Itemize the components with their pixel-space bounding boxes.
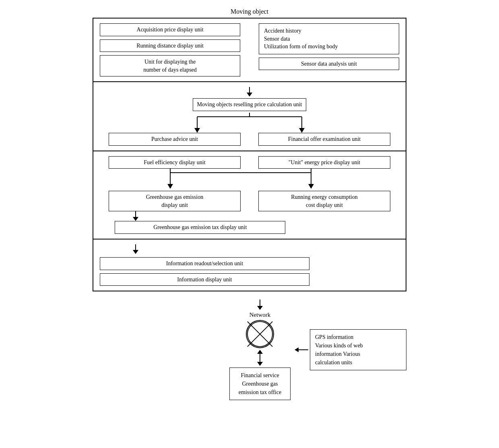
arrow-to-network xyxy=(257,299,263,310)
top-right-column: Accident historySensor dataUtilization f… xyxy=(259,23,399,76)
page-title: Moving object xyxy=(231,8,268,15)
sensor-data-analysis-box: Sensor data analysis unit xyxy=(259,58,399,70)
branch-boxes: Purchase advice unit Financial offer exa… xyxy=(100,133,399,146)
arrow-network-financial xyxy=(257,350,263,366)
energy-top-row: Fuel efficiency display unit "Unit" ener… xyxy=(100,156,399,169)
network-label: Network xyxy=(250,312,271,318)
financial-box: Financial serviceGreenhouse gas emission… xyxy=(229,367,291,400)
page-container: Moving object Acquisition price display … xyxy=(28,8,471,400)
info-readout-box: Information readout/selection unit xyxy=(100,257,309,270)
unit-energy-price-box: "Unit" energy price display unit xyxy=(258,156,390,169)
greenhouse-gas-box: Greenhouse gas emissiondisplay unit xyxy=(109,191,240,211)
arrow-gps-left xyxy=(295,347,308,352)
days-elapsed-box: Unit for displaying thenumber of days el… xyxy=(100,55,240,76)
arrow-to-reselling xyxy=(247,87,252,97)
top-left-column: Acquisition price display unit Running d… xyxy=(100,23,240,76)
running-energy-box: Running energy consumptioncost display u… xyxy=(258,191,390,211)
financial-offer-box: Financial offer examination unit xyxy=(258,133,390,146)
energy-arrows-svg xyxy=(100,169,399,191)
greenhouse-arrow xyxy=(100,211,399,221)
svg-marker-3 xyxy=(194,128,200,133)
svg-marker-8 xyxy=(167,184,173,189)
network-circle xyxy=(246,320,274,348)
energy-section: Fuel efficiency display unit "Unit" ener… xyxy=(93,151,406,239)
info-display-box: Information display unit xyxy=(100,273,309,286)
gps-info-box: GPS informationVarious kinds of webinfor… xyxy=(310,329,406,370)
greenhouse-tax-row: Greenhouse gas emission tax display unit xyxy=(100,221,399,234)
reselling-box: Moving objects reselling price calculati… xyxy=(193,98,307,111)
mid-section: Moving objects reselling price calculati… xyxy=(93,82,406,151)
svg-marker-5 xyxy=(299,128,305,133)
running-distance-box: Running distance display unit xyxy=(100,39,240,52)
branch-arrows-svg xyxy=(157,113,342,133)
top-section: Acquisition price display unit Running d… xyxy=(93,19,406,82)
arrow-tax-to-info xyxy=(133,244,138,254)
accident-history-box: Accident historySensor dataUtilization f… xyxy=(259,23,399,54)
info-section: Information readout/selection unit Infor… xyxy=(93,239,406,291)
fuel-efficiency-box: Fuel efficiency display unit xyxy=(109,156,240,169)
svg-marker-12 xyxy=(308,184,314,189)
gps-area: GPS informationVarious kinds of webinfor… xyxy=(295,329,406,370)
moving-object-box: Acquisition price display unit Running d… xyxy=(93,18,406,291)
purchase-advice-box: Purchase advice unit xyxy=(109,133,240,146)
network-area: Network Financial serviceGreenhouse gas … xyxy=(93,299,406,400)
arrow-greenhouse-to-tax xyxy=(133,211,138,221)
acquisition-price-box: Acquisition price display unit xyxy=(100,23,240,36)
energy-bottom-row: Greenhouse gas emissiondisplay unit Runn… xyxy=(100,191,399,211)
greenhouse-tax-box: Greenhouse gas emission tax display unit xyxy=(115,221,285,234)
arrow-to-info xyxy=(100,244,399,254)
network-middle: Network Financial serviceGreenhouse gas … xyxy=(229,299,291,400)
